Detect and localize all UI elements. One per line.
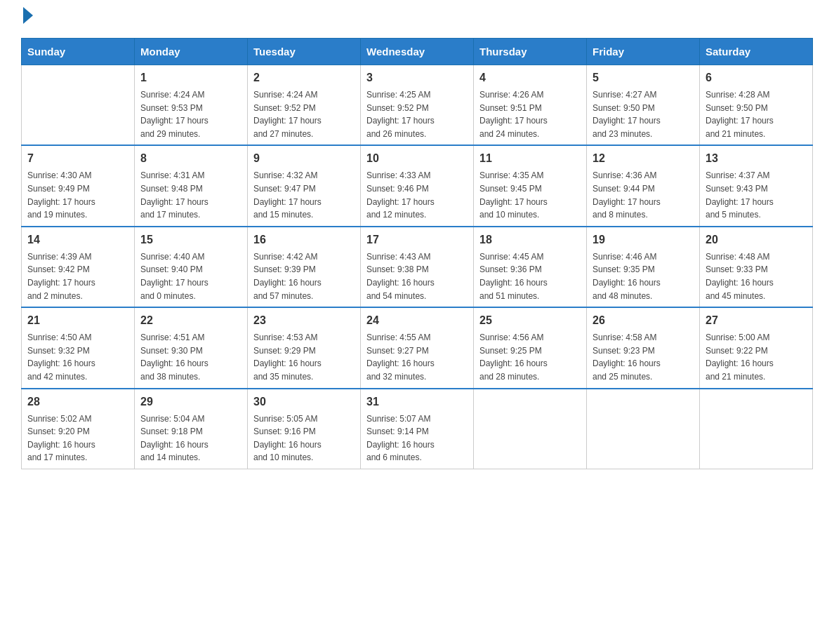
day-info: Sunrise: 4:30 AM Sunset: 9:49 PM Dayligh…: [27, 169, 128, 221]
calendar-cell: 16Sunrise: 4:42 AM Sunset: 9:39 PM Dayli…: [248, 227, 361, 307]
day-number: 4: [479, 69, 581, 86]
week-row-2: 7Sunrise: 4:30 AM Sunset: 9:49 PM Daylig…: [22, 145, 813, 226]
day-info: Sunrise: 5:05 AM Sunset: 9:16 PM Dayligh…: [253, 412, 355, 464]
day-number: 29: [140, 394, 241, 410]
day-number: 2: [253, 69, 355, 86]
calendar-cell: 8Sunrise: 4:31 AM Sunset: 9:48 PM Daylig…: [135, 145, 248, 226]
calendar-cell: 24Sunrise: 4:55 AM Sunset: 9:27 PM Dayli…: [361, 307, 474, 388]
calendar-cell: 12Sunrise: 4:36 AM Sunset: 9:44 PM Dayli…: [587, 145, 700, 226]
day-info: Sunrise: 4:40 AM Sunset: 9:40 PM Dayligh…: [140, 250, 241, 302]
day-info: Sunrise: 5:02 AM Sunset: 9:20 PM Dayligh…: [27, 412, 128, 464]
logo-arrow-icon: [23, 7, 33, 24]
day-number: 26: [593, 312, 694, 329]
day-number: 18: [479, 232, 581, 248]
day-number: 10: [366, 150, 468, 167]
day-number: 16: [253, 232, 355, 248]
day-info: Sunrise: 4:42 AM Sunset: 9:39 PM Dayligh…: [253, 250, 355, 302]
day-info: Sunrise: 4:26 AM Sunset: 9:51 PM Dayligh…: [479, 88, 581, 140]
week-row-3: 14Sunrise: 4:39 AM Sunset: 9:42 PM Dayli…: [22, 227, 813, 307]
weekday-header-row: SundayMondayTuesdayWednesdayThursdayFrid…: [22, 39, 813, 65]
day-number: 20: [706, 232, 807, 248]
logo: [21, 14, 33, 24]
calendar-cell: [474, 389, 587, 469]
day-info: Sunrise: 4:37 AM Sunset: 9:43 PM Dayligh…: [706, 169, 807, 221]
day-number: 30: [253, 394, 355, 410]
day-info: Sunrise: 4:46 AM Sunset: 9:35 PM Dayligh…: [593, 250, 694, 302]
calendar-cell: 22Sunrise: 4:51 AM Sunset: 9:30 PM Dayli…: [135, 307, 248, 388]
day-info: Sunrise: 4:24 AM Sunset: 9:53 PM Dayligh…: [140, 88, 241, 140]
calendar-body: 1Sunrise: 4:24 AM Sunset: 9:53 PM Daylig…: [22, 65, 813, 469]
calendar-cell: 15Sunrise: 4:40 AM Sunset: 9:40 PM Dayli…: [135, 227, 248, 307]
calendar-cell: 20Sunrise: 4:48 AM Sunset: 9:33 PM Dayli…: [700, 227, 813, 307]
day-info: Sunrise: 4:53 AM Sunset: 9:29 PM Dayligh…: [253, 331, 355, 383]
weekday-header-saturday: Saturday: [700, 39, 813, 65]
day-info: Sunrise: 4:32 AM Sunset: 9:47 PM Dayligh…: [253, 169, 355, 221]
calendar-cell: 26Sunrise: 4:58 AM Sunset: 9:23 PM Dayli…: [587, 307, 700, 388]
calendar-cell: 23Sunrise: 4:53 AM Sunset: 9:29 PM Dayli…: [248, 307, 361, 388]
day-number: 1: [140, 69, 241, 86]
day-number: 9: [253, 150, 355, 167]
day-info: Sunrise: 5:00 AM Sunset: 9:22 PM Dayligh…: [706, 331, 807, 383]
day-info: Sunrise: 4:45 AM Sunset: 9:36 PM Dayligh…: [479, 250, 581, 302]
weekday-header-tuesday: Tuesday: [248, 39, 361, 65]
calendar-cell: 2Sunrise: 4:24 AM Sunset: 9:52 PM Daylig…: [248, 65, 361, 146]
calendar-cell: 13Sunrise: 4:37 AM Sunset: 9:43 PM Dayli…: [700, 145, 813, 226]
day-info: Sunrise: 4:43 AM Sunset: 9:38 PM Dayligh…: [366, 250, 468, 302]
day-info: Sunrise: 4:33 AM Sunset: 9:46 PM Dayligh…: [366, 169, 468, 221]
day-info: Sunrise: 4:36 AM Sunset: 9:44 PM Dayligh…: [593, 169, 694, 221]
day-number: 5: [593, 69, 694, 86]
day-info: Sunrise: 4:50 AM Sunset: 9:32 PM Dayligh…: [27, 331, 128, 383]
day-number: 15: [140, 232, 241, 248]
day-number: 8: [140, 150, 241, 167]
calendar-cell: 18Sunrise: 4:45 AM Sunset: 9:36 PM Dayli…: [474, 227, 587, 307]
day-number: 22: [140, 312, 241, 329]
day-number: 6: [706, 69, 807, 86]
calendar-cell: 29Sunrise: 5:04 AM Sunset: 9:18 PM Dayli…: [135, 389, 248, 469]
day-number: 24: [366, 312, 468, 329]
day-number: 28: [27, 394, 128, 410]
day-info: Sunrise: 4:58 AM Sunset: 9:23 PM Dayligh…: [593, 331, 694, 383]
weekday-header-wednesday: Wednesday: [361, 39, 474, 65]
day-info: Sunrise: 4:31 AM Sunset: 9:48 PM Dayligh…: [140, 169, 241, 221]
weekday-header-friday: Friday: [587, 39, 700, 65]
day-number: 7: [27, 150, 128, 167]
day-info: Sunrise: 4:35 AM Sunset: 9:45 PM Dayligh…: [479, 169, 581, 221]
day-number: 11: [479, 150, 581, 167]
calendar-cell: 1Sunrise: 4:24 AM Sunset: 9:53 PM Daylig…: [135, 65, 248, 146]
day-number: 17: [366, 232, 468, 248]
calendar-cell: [22, 65, 135, 146]
day-number: 14: [27, 232, 128, 248]
calendar-cell: 11Sunrise: 4:35 AM Sunset: 9:45 PM Dayli…: [474, 145, 587, 226]
day-number: 23: [253, 312, 355, 329]
calendar-cell: 31Sunrise: 5:07 AM Sunset: 9:14 PM Dayli…: [361, 389, 474, 469]
day-number: 21: [27, 312, 128, 329]
calendar-cell: 4Sunrise: 4:26 AM Sunset: 9:51 PM Daylig…: [474, 65, 587, 146]
day-number: 31: [366, 394, 468, 410]
calendar-cell: 30Sunrise: 5:05 AM Sunset: 9:16 PM Dayli…: [248, 389, 361, 469]
week-row-1: 1Sunrise: 4:24 AM Sunset: 9:53 PM Daylig…: [22, 65, 813, 146]
calendar-cell: 14Sunrise: 4:39 AM Sunset: 9:42 PM Dayli…: [22, 227, 135, 307]
calendar-cell: 17Sunrise: 4:43 AM Sunset: 9:38 PM Dayli…: [361, 227, 474, 307]
day-info: Sunrise: 5:07 AM Sunset: 9:14 PM Dayligh…: [366, 412, 468, 464]
day-info: Sunrise: 4:24 AM Sunset: 9:52 PM Dayligh…: [253, 88, 355, 140]
calendar-cell: 21Sunrise: 4:50 AM Sunset: 9:32 PM Dayli…: [22, 307, 135, 388]
week-row-4: 21Sunrise: 4:50 AM Sunset: 9:32 PM Dayli…: [22, 307, 813, 388]
calendar-cell: [587, 389, 700, 469]
day-info: Sunrise: 4:55 AM Sunset: 9:27 PM Dayligh…: [366, 331, 468, 383]
week-row-5: 28Sunrise: 5:02 AM Sunset: 9:20 PM Dayli…: [22, 389, 813, 469]
weekday-header-sunday: Sunday: [22, 39, 135, 65]
day-info: Sunrise: 4:25 AM Sunset: 9:52 PM Dayligh…: [366, 88, 468, 140]
calendar-cell: 25Sunrise: 4:56 AM Sunset: 9:25 PM Dayli…: [474, 307, 587, 388]
day-info: Sunrise: 4:39 AM Sunset: 9:42 PM Dayligh…: [27, 250, 128, 302]
calendar-cell: [700, 389, 813, 469]
day-number: 13: [706, 150, 807, 167]
day-number: 27: [706, 312, 807, 329]
calendar-cell: 7Sunrise: 4:30 AM Sunset: 9:49 PM Daylig…: [22, 145, 135, 226]
calendar-cell: 3Sunrise: 4:25 AM Sunset: 9:52 PM Daylig…: [361, 65, 474, 146]
weekday-header-monday: Monday: [135, 39, 248, 65]
day-info: Sunrise: 5:04 AM Sunset: 9:18 PM Dayligh…: [140, 412, 241, 464]
calendar-cell: 27Sunrise: 5:00 AM Sunset: 9:22 PM Dayli…: [700, 307, 813, 388]
calendar-header: SundayMondayTuesdayWednesdayThursdayFrid…: [22, 39, 813, 65]
weekday-header-thursday: Thursday: [474, 39, 587, 65]
day-info: Sunrise: 4:27 AM Sunset: 9:50 PM Dayligh…: [593, 88, 694, 140]
